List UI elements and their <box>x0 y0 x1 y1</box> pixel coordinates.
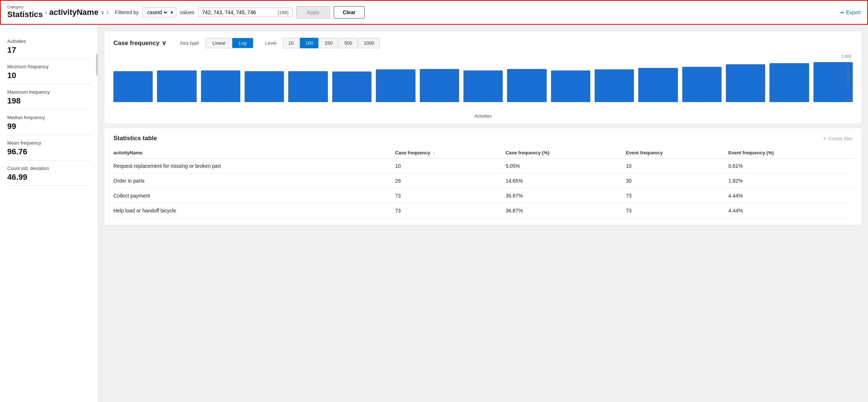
bar-11[interactable] <box>595 69 634 102</box>
bar-3[interactable] <box>245 71 284 102</box>
level-500-button[interactable]: 500 <box>339 38 358 48</box>
breadcrumb-separator-2: › <box>107 9 108 16</box>
chart-title-chevron-icon[interactable]: ∨ <box>162 39 166 47</box>
axis-type-buttons: Linear Log <box>205 38 253 48</box>
stat-median-freq: Median frequency 99 <box>7 110 91 135</box>
axis-linear-button[interactable]: Linear <box>206 38 232 48</box>
col-event-freq[interactable]: Event frequency <box>626 147 728 159</box>
stat-std-dev-label: Count std. deviation <box>7 166 91 171</box>
bar-12[interactable] <box>638 68 678 102</box>
breadcrumb-separator-1: › <box>45 9 47 16</box>
cell-case_frequency_pct: 36.87% <box>506 188 626 203</box>
bar-7[interactable] <box>420 69 459 102</box>
level-buttons: 10 100 250 500 1000 <box>283 38 380 48</box>
stat-min-freq-value: 10 <box>7 71 91 80</box>
bar-col-3 <box>245 71 284 102</box>
category-label: Category <box>7 5 43 9</box>
stat-mean-freq-label: Mean frequency <box>7 140 91 146</box>
axis-log-button[interactable]: Log <box>232 38 253 48</box>
bar-13[interactable] <box>682 67 722 102</box>
cell-event_frequency: 10 <box>626 159 728 174</box>
level-1000-button[interactable]: 1000 <box>358 38 380 48</box>
cell-activityName: Help load or handoff bicycle <box>113 203 395 218</box>
table-row: Help load or handoff bicycle7336.87%734.… <box>113 203 853 218</box>
sidebar: Activities 17 Minimum frequency 10 Maxim… <box>0 25 98 402</box>
filter-field-select-wrap[interactable]: caseId ▾ <box>142 7 176 17</box>
values-input[interactable] <box>202 9 275 15</box>
filter-bar: Category Statistics › activityName ∨ › F… <box>0 0 868 25</box>
bar-col-8 <box>463 70 503 102</box>
breadcrumb-activity[interactable]: activityName <box>49 8 99 17</box>
bar-col-9 <box>507 69 546 102</box>
bar-col-2 <box>201 70 240 102</box>
bar-2[interactable] <box>201 70 240 102</box>
select-chevron-icon: ▾ <box>170 9 173 15</box>
col-case-freq[interactable]: Case frequency ↑ <box>395 147 506 159</box>
create-filter-label: Create filter <box>828 136 853 141</box>
bar-col-7 <box>420 69 459 102</box>
apply-button[interactable]: Apply <box>296 6 330 19</box>
y-axis-title: ≥ frequency <box>845 66 850 86</box>
cell-event_frequency_pct: 1.82% <box>728 174 853 188</box>
stat-std-dev-value: 46.99 <box>7 172 91 182</box>
bar-9[interactable] <box>507 69 546 102</box>
stat-mean-freq: Mean frequency 96.76 <box>7 135 91 161</box>
bar-col-13 <box>682 67 722 102</box>
bar-col-11 <box>595 69 634 102</box>
cell-activityName: Request replacement for missing or broke… <box>113 159 395 174</box>
col-event-freq-pct[interactable]: Event frequency (%) <box>728 147 853 159</box>
cell-event_frequency: 73 <box>626 188 728 203</box>
breadcrumb-statistics[interactable]: Statistics <box>7 10 43 19</box>
filter-field-select[interactable]: caseId <box>146 9 168 16</box>
bar-8[interactable] <box>463 70 503 102</box>
bar-0[interactable] <box>113 71 153 102</box>
bar-14[interactable] <box>726 64 765 102</box>
table-panel: Statistics table ≡ Create filter activit… <box>105 128 861 225</box>
bar-1[interactable] <box>157 70 196 102</box>
cell-case_frequency: 73 <box>395 203 506 218</box>
table-header: activityName Case frequency ↑ Case frequ… <box>113 147 853 159</box>
main-layout: Activities 17 Minimum frequency 10 Maxim… <box>0 25 868 402</box>
cell-activityName: Collect payment <box>113 188 395 203</box>
table-row: Collect payment7336.87%734.44% <box>113 188 853 203</box>
x-axis-label: Activities <box>113 114 853 119</box>
scroll-indicator[interactable] <box>96 54 98 76</box>
export-icon: ↠ <box>840 9 844 15</box>
level-label: Level <box>265 40 276 46</box>
activity-dropdown-icon[interactable]: ∨ <box>101 9 104 15</box>
col-activity-name[interactable]: activityName <box>113 147 395 159</box>
cell-event_frequency_pct: 4.44% <box>728 203 853 218</box>
cell-activityName: Order in parts <box>113 174 395 188</box>
stat-std-dev: Count std. deviation 46.99 <box>7 161 91 186</box>
stat-activities: Activities 17 <box>7 33 91 59</box>
bar-15[interactable] <box>769 63 809 102</box>
bar-col-4 <box>288 71 327 102</box>
cell-case_frequency: 29 <box>395 174 506 188</box>
level-10-button[interactable]: 10 <box>283 38 299 48</box>
cell-event_frequency_pct: 0.61% <box>728 159 853 174</box>
chart-bars <box>113 54 853 112</box>
bar-col-15 <box>769 63 809 102</box>
values-count: (198) <box>278 10 289 15</box>
filter-icon: ≡ <box>823 136 826 141</box>
table-header-row: Statistics table ≡ Create filter <box>113 135 853 142</box>
bar-10[interactable] <box>551 70 590 102</box>
table-title: Statistics table <box>113 135 157 142</box>
cell-event_frequency_pct: 4.44% <box>728 188 853 203</box>
values-input-wrap[interactable]: (198) <box>198 8 293 17</box>
level-100-button[interactable]: 100 <box>300 38 319 48</box>
create-filter-button[interactable]: ≡ Create filter <box>823 136 853 141</box>
cell-event_frequency: 30 <box>626 174 728 188</box>
export-button[interactable]: ↠ Export <box>840 9 861 15</box>
stat-max-freq: Maximum frequency 198 <box>7 84 91 110</box>
chart-title: Case frequency ∨ <box>113 39 166 47</box>
bar-5[interactable] <box>332 72 371 102</box>
cell-case_frequency_pct: 5.05% <box>506 159 626 174</box>
stat-median-freq-label: Median frequency <box>7 115 91 120</box>
clear-button[interactable]: Clear <box>334 6 365 19</box>
level-250-button[interactable]: 250 <box>319 38 338 48</box>
stat-max-freq-label: Maximum frequency <box>7 89 91 95</box>
col-case-freq-pct[interactable]: Case frequency (%) <box>506 147 626 159</box>
bar-4[interactable] <box>288 71 327 102</box>
bar-6[interactable] <box>376 69 415 102</box>
